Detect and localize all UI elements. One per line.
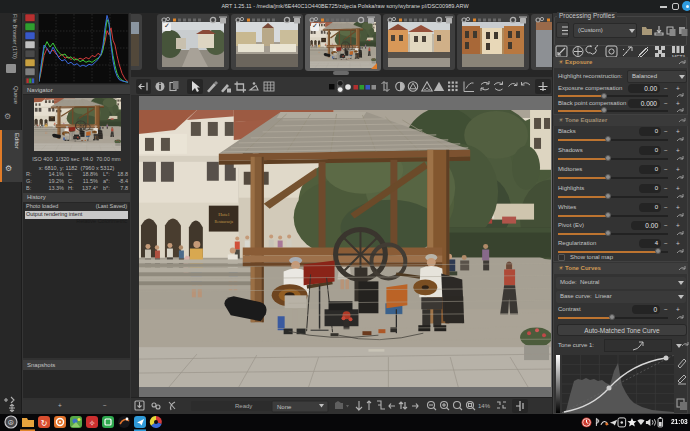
svg-text:None: None <box>277 404 292 410</box>
svg-text:✧: ✧ <box>89 419 96 428</box>
svg-text:☮: ☮ <box>8 419 14 426</box>
svg-text:↻: ↻ <box>41 419 48 428</box>
svg-text:Ready: Ready <box>235 403 252 409</box>
svg-text:14%: 14% <box>478 403 491 409</box>
